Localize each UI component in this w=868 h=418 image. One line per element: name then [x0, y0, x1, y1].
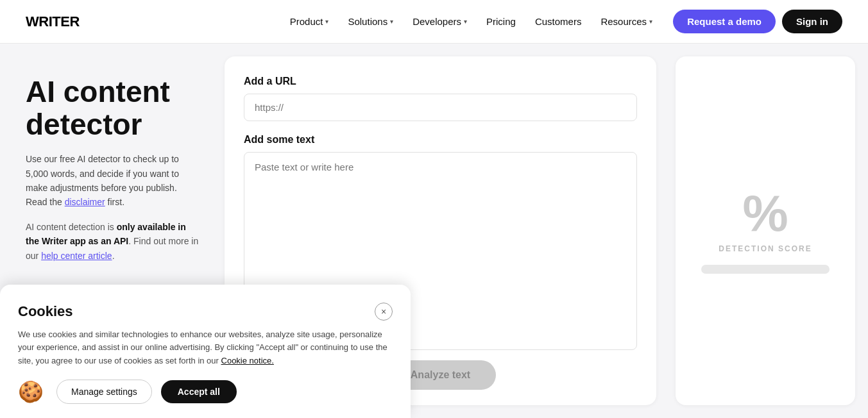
cookie-icon: 🍪	[18, 380, 44, 404]
nav-customers[interactable]: Customers	[527, 12, 590, 31]
cookie-banner: Cookies × We use cookies and similar tec…	[0, 285, 411, 418]
score-percent-symbol: %	[742, 188, 788, 239]
score-card: % DETECTION SCORE	[676, 56, 855, 405]
chevron-down-icon: ▾	[649, 18, 652, 25]
score-bar	[701, 265, 830, 274]
right-panel: % DETECTION SCORE	[669, 44, 868, 418]
score-label: DETECTION SCORE	[719, 244, 812, 253]
request-demo-button[interactable]: Request a demo	[673, 10, 776, 33]
text-field-label: Add some text	[244, 134, 637, 146]
nav-developers[interactable]: Developers ▾	[405, 12, 475, 31]
navigation: WRITER Product ▾ Solutions ▾ Developers …	[0, 0, 868, 44]
logo: WRITER	[26, 13, 80, 30]
sign-in-button[interactable]: Sign in	[782, 10, 842, 33]
cookie-notice-link[interactable]: Cookie notice.	[221, 356, 274, 365]
chevron-down-icon: ▾	[325, 18, 328, 25]
hero-title: AI content detector	[26, 76, 199, 140]
chevron-down-icon: ▾	[390, 18, 393, 25]
nav-links: Product ▾ Solutions ▾ Developers ▾ Prici…	[282, 12, 660, 31]
hero-description-1: Use our free AI detector to check up to …	[26, 152, 199, 210]
url-field-label: Add a URL	[244, 76, 637, 87]
nav-pricing[interactable]: Pricing	[479, 12, 523, 31]
nav-solutions[interactable]: Solutions ▾	[340, 12, 401, 31]
disclaimer-link[interactable]: disclaimer	[65, 197, 105, 207]
hero-description-2: AI content detection is only available i…	[26, 220, 199, 263]
cookie-header: Cookies ×	[18, 303, 393, 321]
nav-resources[interactable]: Resources ▾	[593, 12, 660, 31]
cookie-text: We use cookies and similar technologies …	[18, 328, 393, 368]
nav-product[interactable]: Product ▾	[282, 12, 337, 31]
help-center-link[interactable]: help center article	[41, 251, 112, 261]
cookie-title: Cookies	[18, 303, 73, 320]
manage-settings-button[interactable]: Manage settings	[56, 380, 152, 404]
url-input[interactable]	[244, 94, 637, 121]
chevron-down-icon: ▾	[464, 18, 467, 25]
cookie-actions: 🍪 Manage settings Accept all	[18, 380, 393, 404]
accept-all-button[interactable]: Accept all	[161, 380, 237, 403]
cookie-close-button[interactable]: ×	[375, 303, 393, 321]
